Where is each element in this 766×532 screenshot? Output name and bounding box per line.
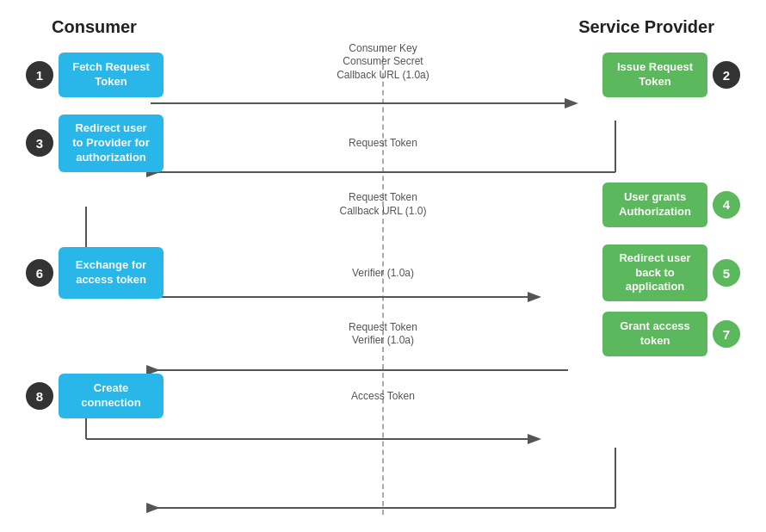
node-4: User grants Authorization — [602, 182, 707, 227]
flow-row-4: 6 Exchange for access token Verifier (1.… — [26, 244, 740, 302]
node-1: Fetch Request Token — [59, 53, 164, 97]
step-circle-1: 1 — [26, 61, 53, 89]
arrow-label-5: Request TokenVerifier (1.0a) — [349, 321, 417, 348]
step-circle-8: 8 — [26, 382, 53, 410]
left-col-1: 1 Fetch Request Token — [26, 53, 164, 97]
arrow-label-4: Verifier (1.0a) — [352, 267, 414, 279]
node-6: Exchange for access token — [59, 247, 164, 299]
columns-header: Consumer Service Provider — [26, 17, 740, 37]
flow-row-6: 8 Create connection Access Token — [26, 374, 740, 418]
provider-title: Service Provider — [578, 17, 714, 37]
middle-col-1: Consumer KeyConsumer SecretCallback URL … — [164, 68, 602, 83]
left-col-6: 8 Create connection — [26, 374, 164, 418]
left-col-4: 6 Exchange for access token — [26, 247, 164, 299]
flow-row-2: 3 Redirect user to Provider for authoriz… — [26, 114, 740, 172]
consumer-title: Consumer — [52, 17, 137, 37]
right-col-4: Redirect user back to application 5 — [602, 244, 740, 302]
diagram-container: Consumer Service Provider — [0, 0, 766, 532]
middle-col-6: Access Token — [164, 390, 602, 402]
step-circle-2: 2 — [713, 61, 740, 89]
node-8: Create connection — [59, 374, 164, 418]
node-3: Redirect user to Provider for authorizat… — [59, 114, 164, 172]
arrow-label-6: Access Token — [351, 390, 415, 402]
node-7: Grant access token — [602, 312, 707, 356]
step-circle-7: 7 — [713, 320, 740, 348]
step-circle-6: 6 — [26, 259, 53, 287]
right-col-3: User grants Authorization 4 — [602, 182, 740, 227]
node-5: Redirect user back to application — [602, 244, 707, 302]
middle-col-4: Verifier (1.0a) — [164, 267, 602, 279]
arrow-label-2: Request Token — [349, 137, 417, 149]
step-circle-4: 4 — [713, 191, 740, 219]
flow-row-1: 1 Fetch Request Token Consumer KeyConsum… — [26, 53, 740, 97]
right-col-1: Issue Request Token 2 — [602, 53, 740, 97]
left-col-2: 3 Redirect user to Provider for authoriz… — [26, 114, 164, 172]
arrow-label-1: Consumer KeyConsumer SecretCallback URL … — [337, 42, 429, 83]
middle-col-3: Request TokenCallback URL (1.0) — [164, 191, 602, 218]
step-circle-5: 5 — [713, 259, 740, 287]
step-circle-3: 3 — [26, 129, 53, 157]
node-2: Issue Request Token — [602, 53, 707, 97]
flow-row-3: Request TokenCallback URL (1.0) User gra… — [26, 182, 740, 227]
right-col-5: Grant access token 7 — [602, 312, 740, 356]
arrow-label-3: Request TokenCallback URL (1.0) — [340, 191, 427, 218]
middle-col-2: Request Token — [164, 137, 602, 149]
flow-row-5: Request TokenVerifier (1.0a) Grant acces… — [26, 312, 740, 356]
middle-col-5: Request TokenVerifier (1.0a) — [164, 321, 602, 348]
